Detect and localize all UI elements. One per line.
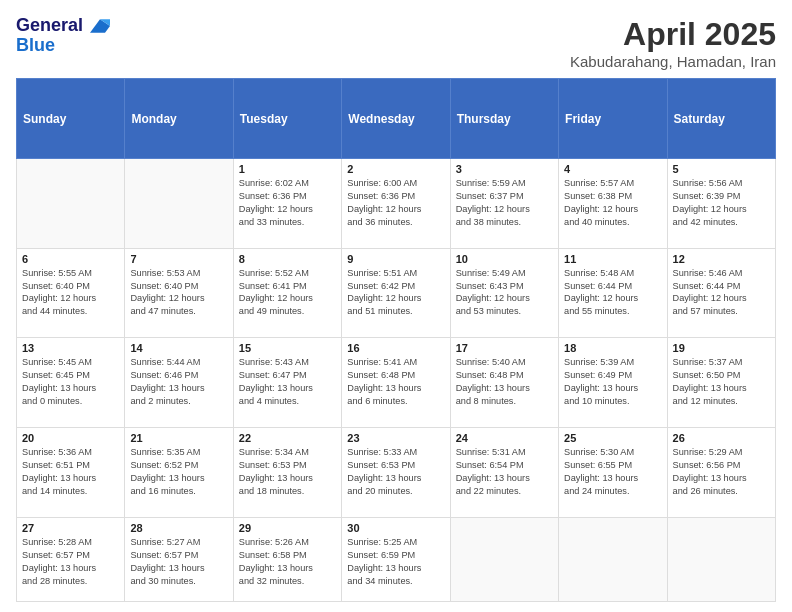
- table-row: 25Sunrise: 5:30 AM Sunset: 6:55 PM Dayli…: [559, 428, 667, 518]
- day-info: Sunrise: 5:25 AM Sunset: 6:59 PM Dayligh…: [347, 536, 444, 588]
- header-wednesday: Wednesday: [342, 79, 450, 159]
- logo: General Blue: [16, 16, 110, 56]
- table-row: 2Sunrise: 6:00 AM Sunset: 6:36 PM Daylig…: [342, 159, 450, 249]
- day-info: Sunrise: 5:33 AM Sunset: 6:53 PM Dayligh…: [347, 446, 444, 498]
- day-number: 16: [347, 342, 444, 354]
- table-row: 15Sunrise: 5:43 AM Sunset: 6:47 PM Dayli…: [233, 338, 341, 428]
- day-number: 27: [22, 522, 119, 534]
- page-container: General Blue April 2025 Kabudarahang, Ha…: [0, 0, 792, 612]
- day-number: 12: [673, 253, 770, 265]
- header: General Blue April 2025 Kabudarahang, Ha…: [16, 16, 776, 70]
- day-info: Sunrise: 5:46 AM Sunset: 6:44 PM Dayligh…: [673, 267, 770, 319]
- header-saturday: Saturday: [667, 79, 775, 159]
- day-number: 10: [456, 253, 553, 265]
- table-row: 26Sunrise: 5:29 AM Sunset: 6:56 PM Dayli…: [667, 428, 775, 518]
- day-info: Sunrise: 5:48 AM Sunset: 6:44 PM Dayligh…: [564, 267, 661, 319]
- day-number: 28: [130, 522, 227, 534]
- table-row: 11Sunrise: 5:48 AM Sunset: 6:44 PM Dayli…: [559, 248, 667, 338]
- day-info: Sunrise: 5:51 AM Sunset: 6:42 PM Dayligh…: [347, 267, 444, 319]
- subtitle: Kabudarahang, Hamadan, Iran: [570, 53, 776, 70]
- main-title: April 2025: [570, 16, 776, 53]
- table-row: 29Sunrise: 5:26 AM Sunset: 6:58 PM Dayli…: [233, 517, 341, 601]
- day-info: Sunrise: 5:39 AM Sunset: 6:49 PM Dayligh…: [564, 356, 661, 408]
- calendar-week-4: 20Sunrise: 5:36 AM Sunset: 6:51 PM Dayli…: [17, 428, 776, 518]
- table-row: 20Sunrise: 5:36 AM Sunset: 6:51 PM Dayli…: [17, 428, 125, 518]
- day-number: 14: [130, 342, 227, 354]
- day-number: 1: [239, 163, 336, 175]
- table-row: 18Sunrise: 5:39 AM Sunset: 6:49 PM Dayli…: [559, 338, 667, 428]
- table-row: 8Sunrise: 5:52 AM Sunset: 6:41 PM Daylig…: [233, 248, 341, 338]
- day-info: Sunrise: 5:43 AM Sunset: 6:47 PM Dayligh…: [239, 356, 336, 408]
- day-number: 5: [673, 163, 770, 175]
- calendar-week-1: 1Sunrise: 6:02 AM Sunset: 6:36 PM Daylig…: [17, 159, 776, 249]
- table-row: 24Sunrise: 5:31 AM Sunset: 6:54 PM Dayli…: [450, 428, 558, 518]
- table-row: 4Sunrise: 5:57 AM Sunset: 6:38 PM Daylig…: [559, 159, 667, 249]
- day-info: Sunrise: 5:31 AM Sunset: 6:54 PM Dayligh…: [456, 446, 553, 498]
- table-row: 23Sunrise: 5:33 AM Sunset: 6:53 PM Dayli…: [342, 428, 450, 518]
- header-tuesday: Tuesday: [233, 79, 341, 159]
- day-info: Sunrise: 5:36 AM Sunset: 6:51 PM Dayligh…: [22, 446, 119, 498]
- day-number: 8: [239, 253, 336, 265]
- header-sunday: Sunday: [17, 79, 125, 159]
- day-number: 2: [347, 163, 444, 175]
- table-row: 17Sunrise: 5:40 AM Sunset: 6:48 PM Dayli…: [450, 338, 558, 428]
- table-row: 13Sunrise: 5:45 AM Sunset: 6:45 PM Dayli…: [17, 338, 125, 428]
- header-thursday: Thursday: [450, 79, 558, 159]
- table-row: 7Sunrise: 5:53 AM Sunset: 6:40 PM Daylig…: [125, 248, 233, 338]
- day-number: 29: [239, 522, 336, 534]
- day-number: 15: [239, 342, 336, 354]
- day-info: Sunrise: 5:30 AM Sunset: 6:55 PM Dayligh…: [564, 446, 661, 498]
- day-info: Sunrise: 5:27 AM Sunset: 6:57 PM Dayligh…: [130, 536, 227, 588]
- day-number: 30: [347, 522, 444, 534]
- day-info: Sunrise: 5:45 AM Sunset: 6:45 PM Dayligh…: [22, 356, 119, 408]
- table-row: 16Sunrise: 5:41 AM Sunset: 6:48 PM Dayli…: [342, 338, 450, 428]
- calendar-header-row: Sunday Monday Tuesday Wednesday Thursday…: [17, 79, 776, 159]
- day-number: 22: [239, 432, 336, 444]
- calendar-week-5: 27Sunrise: 5:28 AM Sunset: 6:57 PM Dayli…: [17, 517, 776, 601]
- day-number: 17: [456, 342, 553, 354]
- table-row: 22Sunrise: 5:34 AM Sunset: 6:53 PM Dayli…: [233, 428, 341, 518]
- day-number: 6: [22, 253, 119, 265]
- day-info: Sunrise: 5:56 AM Sunset: 6:39 PM Dayligh…: [673, 177, 770, 229]
- day-info: Sunrise: 5:57 AM Sunset: 6:38 PM Dayligh…: [564, 177, 661, 229]
- table-row: [450, 517, 558, 601]
- table-row: 27Sunrise: 5:28 AM Sunset: 6:57 PM Dayli…: [17, 517, 125, 601]
- table-row: 6Sunrise: 5:55 AM Sunset: 6:40 PM Daylig…: [17, 248, 125, 338]
- day-info: Sunrise: 5:49 AM Sunset: 6:43 PM Dayligh…: [456, 267, 553, 319]
- day-info: Sunrise: 5:28 AM Sunset: 6:57 PM Dayligh…: [22, 536, 119, 588]
- table-row: [667, 517, 775, 601]
- day-number: 7: [130, 253, 227, 265]
- header-friday: Friday: [559, 79, 667, 159]
- day-info: Sunrise: 5:52 AM Sunset: 6:41 PM Dayligh…: [239, 267, 336, 319]
- header-monday: Monday: [125, 79, 233, 159]
- day-number: 11: [564, 253, 661, 265]
- table-row: 9Sunrise: 5:51 AM Sunset: 6:42 PM Daylig…: [342, 248, 450, 338]
- calendar-week-2: 6Sunrise: 5:55 AM Sunset: 6:40 PM Daylig…: [17, 248, 776, 338]
- day-number: 18: [564, 342, 661, 354]
- day-info: Sunrise: 5:53 AM Sunset: 6:40 PM Dayligh…: [130, 267, 227, 319]
- day-number: 23: [347, 432, 444, 444]
- day-info: Sunrise: 6:02 AM Sunset: 6:36 PM Dayligh…: [239, 177, 336, 229]
- day-info: Sunrise: 5:55 AM Sunset: 6:40 PM Dayligh…: [22, 267, 119, 319]
- table-row: [17, 159, 125, 249]
- day-info: Sunrise: 5:35 AM Sunset: 6:52 PM Dayligh…: [130, 446, 227, 498]
- table-row: 21Sunrise: 5:35 AM Sunset: 6:52 PM Dayli…: [125, 428, 233, 518]
- table-row: 3Sunrise: 5:59 AM Sunset: 6:37 PM Daylig…: [450, 159, 558, 249]
- title-block: April 2025 Kabudarahang, Hamadan, Iran: [570, 16, 776, 70]
- day-number: 19: [673, 342, 770, 354]
- logo-blue-text: Blue: [16, 36, 110, 56]
- day-number: 13: [22, 342, 119, 354]
- table-row: 10Sunrise: 5:49 AM Sunset: 6:43 PM Dayli…: [450, 248, 558, 338]
- day-number: 25: [564, 432, 661, 444]
- day-info: Sunrise: 5:29 AM Sunset: 6:56 PM Dayligh…: [673, 446, 770, 498]
- day-info: Sunrise: 5:59 AM Sunset: 6:37 PM Dayligh…: [456, 177, 553, 229]
- day-info: Sunrise: 5:34 AM Sunset: 6:53 PM Dayligh…: [239, 446, 336, 498]
- day-info: Sunrise: 5:26 AM Sunset: 6:58 PM Dayligh…: [239, 536, 336, 588]
- day-number: 21: [130, 432, 227, 444]
- table-row: 28Sunrise: 5:27 AM Sunset: 6:57 PM Dayli…: [125, 517, 233, 601]
- calendar-week-3: 13Sunrise: 5:45 AM Sunset: 6:45 PM Dayli…: [17, 338, 776, 428]
- day-number: 20: [22, 432, 119, 444]
- table-row: 30Sunrise: 5:25 AM Sunset: 6:59 PM Dayli…: [342, 517, 450, 601]
- day-info: Sunrise: 5:37 AM Sunset: 6:50 PM Dayligh…: [673, 356, 770, 408]
- table-row: 19Sunrise: 5:37 AM Sunset: 6:50 PM Dayli…: [667, 338, 775, 428]
